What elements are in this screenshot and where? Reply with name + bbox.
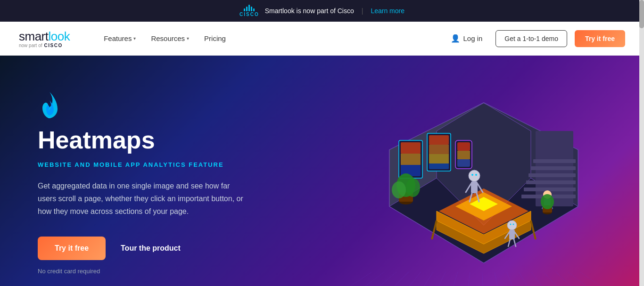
svg-point-34 [469, 170, 480, 181]
demo-button[interactable]: Get a 1-to-1 demo [495, 30, 567, 47]
scrollbar-thumb[interactable] [639, 0, 644, 28]
svg-rect-33 [457, 159, 470, 167]
learn-more-link[interactable]: Learn more [371, 7, 405, 15]
scrollbar[interactable] [639, 0, 644, 286]
banner-divider: | [362, 7, 363, 15]
try-free-nav-button[interactable]: Try it free [575, 30, 625, 47]
svg-rect-26 [429, 145, 449, 154]
chevron-down-icon: ▾ [187, 36, 189, 41]
svg-point-41 [475, 174, 477, 176]
navbar: smartlook now part of CISCO Features ▾ R… [0, 22, 644, 56]
logo-cisco-sub: now part of CISCO [19, 43, 63, 48]
hero-content: Heatmaps WEBSITE AND MOBILE APP ANALYTIC… [38, 91, 311, 275]
svg-point-48 [510, 224, 512, 225]
nav-right: 👤 Log in Get a 1-to-1 demo Try it free [445, 30, 625, 47]
svg-rect-7 [528, 173, 576, 177]
cisco-logo: CISCO [239, 5, 259, 17]
svg-rect-21 [401, 154, 421, 165]
hero-subtitle: WEBSITE AND MOBILE APP ANALYTICS FEATURE [38, 161, 311, 168]
isometric-room-svg [361, 84, 606, 282]
nav-resources[interactable]: Resources ▾ [145, 31, 195, 46]
svg-rect-31 [457, 142, 470, 151]
nav-pricing[interactable]: Pricing [198, 31, 231, 46]
logo-link[interactable]: smartlook now part of CISCO [19, 29, 70, 48]
flame-icon [38, 91, 61, 119]
banner-announcement: Smartlook is now part of Cisco [265, 7, 354, 15]
hero-actions: Try it free Tour the product [38, 237, 311, 260]
top-banner: CISCO Smartlook is now part of Cisco | L… [0, 0, 644, 22]
svg-rect-9 [524, 188, 576, 191]
chevron-down-icon: ▾ [133, 36, 136, 41]
nav-links: Features ▾ Resources ▾ Pricing [98, 31, 445, 46]
svg-point-40 [471, 174, 473, 176]
user-icon: 👤 [451, 34, 460, 43]
tour-product-link[interactable]: Tour the product [121, 244, 181, 253]
hero-illustration [311, 84, 606, 282]
svg-rect-20 [401, 142, 421, 154]
svg-rect-8 [526, 180, 576, 184]
login-button[interactable]: 👤 Log in [445, 30, 488, 47]
svg-rect-28 [429, 163, 449, 169]
hero-title: Heatmaps [38, 127, 311, 154]
hero-section: Heatmaps WEBSITE AND MOBILE APP ANALYTIC… [0, 56, 644, 286]
svg-rect-27 [429, 154, 449, 163]
svg-point-49 [513, 224, 514, 225]
hero-description: Get aggregated data in one single image … [38, 180, 245, 218]
svg-rect-6 [531, 166, 576, 170]
svg-point-42 [507, 221, 517, 230]
svg-rect-25 [429, 135, 449, 145]
svg-rect-32 [457, 151, 470, 159]
svg-point-58 [406, 178, 420, 197]
cisco-text: CISCO [239, 12, 259, 17]
svg-rect-5 [533, 159, 576, 163]
logo-smartlook: smartlook [19, 29, 70, 44]
svg-rect-43 [509, 230, 515, 239]
svg-point-61 [541, 194, 554, 209]
nav-features[interactable]: Features ▾ [98, 31, 141, 46]
no-credit-card-text: No credit card required [38, 268, 311, 275]
hero-try-free-button[interactable]: Try it free [38, 237, 106, 260]
svg-rect-35 [471, 181, 478, 193]
svg-point-57 [392, 181, 406, 198]
